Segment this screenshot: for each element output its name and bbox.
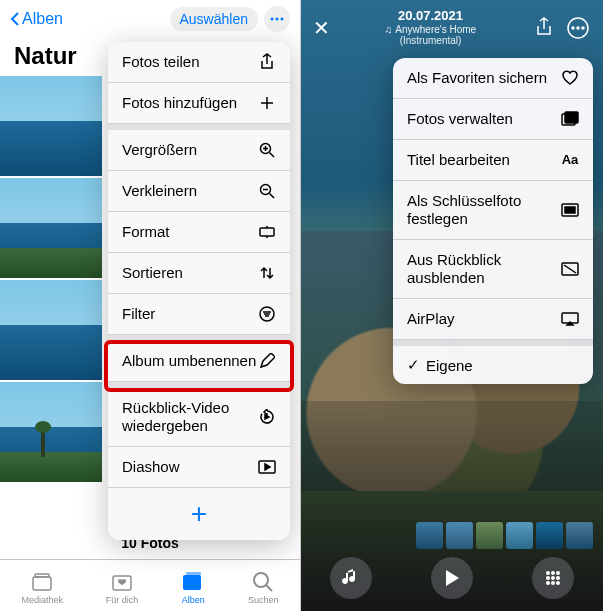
svg-point-13: [254, 573, 268, 587]
svg-point-15: [572, 27, 574, 29]
sort-icon: [258, 264, 276, 282]
replay-icon: [258, 408, 276, 426]
menu-item-format[interactable]: Format: [108, 212, 290, 253]
keyphoto-icon: [561, 201, 579, 219]
svg-point-24: [546, 571, 550, 575]
svg-point-30: [546, 581, 550, 585]
svg-point-25: [551, 571, 555, 575]
memory-track-sub: (Instrumental): [330, 35, 531, 47]
albums-icon: [181, 571, 205, 593]
svg-rect-9: [35, 574, 49, 577]
svg-point-29: [556, 576, 560, 580]
memory-actions-menu: Als Favoriten sichern Fotos verwalten Ti…: [393, 58, 593, 384]
timeline-thumb[interactable]: [506, 522, 533, 549]
menu-item-edit-title[interactable]: Titel bearbeiten Aa: [393, 140, 593, 181]
svg-point-26: [556, 571, 560, 575]
album-screen: Alben Auswählen Natur Fotos teilen Fotos…: [0, 0, 301, 611]
menu-item-rename[interactable]: Album umbenennen: [108, 335, 290, 382]
photos-manage-icon: [561, 110, 579, 128]
svg-rect-19: [565, 112, 578, 123]
svg-point-31: [551, 581, 555, 585]
svg-point-2: [281, 18, 284, 21]
svg-point-1: [276, 18, 279, 21]
menu-item-zoomout[interactable]: Verkleinern: [108, 171, 290, 212]
menu-item-sort[interactable]: Sortieren: [108, 253, 290, 294]
select-button[interactable]: Auswählen: [170, 7, 259, 31]
close-button[interactable]: ✕: [313, 16, 330, 40]
svg-point-16: [577, 27, 579, 29]
timeline-thumb[interactable]: [476, 522, 503, 549]
menu-item-add[interactable]: Fotos hinzufügen: [108, 83, 290, 124]
menu-item-hide[interactable]: Aus Rückblick ausblenden: [393, 240, 593, 299]
svg-point-32: [556, 581, 560, 585]
menu-item-selected[interactable]: ✓ Eigene: [393, 340, 593, 384]
timeline-thumb[interactable]: [416, 522, 443, 549]
zoom-out-icon: [258, 182, 276, 200]
hide-icon: [561, 260, 579, 278]
timeline-thumb[interactable]: [536, 522, 563, 549]
heart-icon: [561, 69, 579, 87]
tab-foryou[interactable]: Für dich: [106, 571, 139, 605]
more-button[interactable]: [565, 17, 591, 39]
menu-item-zoomin[interactable]: Vergrößern: [108, 124, 290, 171]
back-label: Alben: [22, 10, 63, 28]
menu-item-keyphoto[interactable]: Als Schlüsselfoto festlegen: [393, 181, 593, 240]
svg-rect-12: [186, 572, 201, 575]
pencil-icon: [258, 352, 276, 370]
play-rect-icon: [258, 458, 276, 476]
svg-point-0: [271, 18, 274, 21]
left-header: Alben Auswählen: [0, 0, 300, 38]
memory-player-screen: ✕ 20.07.2021 ♫ Anywhere's Home (Instrume…: [301, 0, 603, 611]
menu-item-memory-video[interactable]: Rückblick-Video wiedergeben: [108, 382, 290, 447]
menu-item-share[interactable]: Fotos teilen: [108, 42, 290, 83]
menu-item-favorite[interactable]: Als Favoriten sichern: [393, 58, 593, 99]
filter-icon: [258, 305, 276, 323]
menu-item-airplay[interactable]: AirPlay: [393, 299, 593, 340]
svg-rect-5: [260, 228, 274, 236]
checkmark-icon: ✓: [407, 356, 420, 374]
photo-grid: [0, 76, 102, 541]
memory-date: 20.07.2021: [330, 9, 531, 24]
chevron-left-icon: [10, 11, 20, 27]
svg-rect-21: [565, 207, 575, 213]
plus-icon: [258, 94, 276, 112]
memory-header: ✕ 20.07.2021 ♫ Anywhere's Home (Instrume…: [301, 0, 603, 56]
zoom-in-icon: [258, 141, 276, 159]
memory-timeline[interactable]: [416, 522, 593, 549]
aa-icon: Aa: [561, 151, 579, 169]
menu-item-filter[interactable]: Filter: [108, 294, 290, 335]
timeline-thumb[interactable]: [446, 522, 473, 549]
music-note-icon: ♫: [385, 24, 393, 36]
menu-item-manage[interactable]: Fotos verwalten: [393, 99, 593, 140]
photo-thumb[interactable]: [0, 76, 102, 176]
tab-search[interactable]: Suchen: [248, 571, 279, 605]
more-button[interactable]: [264, 6, 290, 32]
menu-item-slideshow[interactable]: Diashow: [108, 447, 290, 488]
photo-thumb[interactable]: [0, 280, 102, 380]
memory-title: 20.07.2021 ♫ Anywhere's Home (Instrument…: [330, 9, 531, 47]
svg-point-28: [551, 576, 555, 580]
foryou-icon: [110, 571, 134, 593]
ellipsis-icon: [270, 17, 284, 21]
play-button[interactable]: [431, 557, 473, 599]
photo-thumb[interactable]: [0, 382, 102, 482]
back-button[interactable]: Alben: [10, 10, 63, 28]
svg-point-17: [582, 27, 584, 29]
timeline-thumb[interactable]: [566, 522, 593, 549]
share-button[interactable]: [531, 17, 557, 39]
memory-track: ♫ Anywhere's Home: [330, 24, 531, 36]
grid-button[interactable]: [532, 557, 574, 599]
tab-library[interactable]: Mediathek: [21, 571, 63, 605]
svg-point-27: [546, 576, 550, 580]
share-icon: [258, 53, 276, 71]
svg-rect-8: [33, 577, 51, 590]
aspect-icon: [258, 223, 276, 241]
memory-controls: [301, 557, 603, 599]
library-icon: [30, 571, 54, 593]
svg-rect-11: [183, 575, 201, 590]
add-album-big-plus[interactable]: +: [108, 488, 290, 540]
music-button[interactable]: [330, 557, 372, 599]
photo-thumb[interactable]: [0, 178, 102, 278]
tab-albums[interactable]: Alben: [181, 571, 205, 605]
tab-bar: Mediathek Für dich Alben Suchen: [0, 559, 300, 611]
